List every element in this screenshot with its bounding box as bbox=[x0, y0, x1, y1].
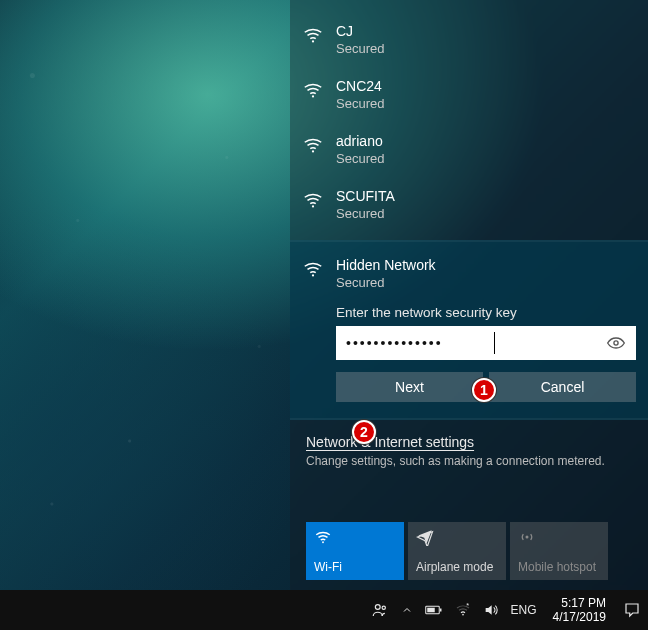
text-cursor bbox=[494, 332, 495, 354]
network-status: Secured bbox=[336, 205, 395, 222]
svg-point-7 bbox=[526, 536, 529, 539]
svg-rect-11 bbox=[440, 609, 442, 612]
clock[interactable]: 5:17 PM 4/17/2019 bbox=[547, 596, 612, 624]
svg-point-0 bbox=[312, 40, 314, 42]
password-input[interactable] bbox=[336, 326, 596, 360]
network-item-cj[interactable]: CJ Secured bbox=[290, 12, 648, 67]
wifi-icon bbox=[300, 77, 326, 103]
network-name: CNC24 bbox=[336, 77, 384, 95]
svg-text:*: * bbox=[466, 602, 469, 610]
selected-network-status: Secured bbox=[336, 274, 436, 291]
network-list: CJ Secured CNC24 Secured adriano bbox=[290, 0, 648, 232]
network-name: adriano bbox=[336, 132, 384, 150]
security-key-prompt: Enter the network security key bbox=[336, 305, 636, 320]
chevron-up-icon[interactable] bbox=[401, 590, 413, 630]
wifi-tray-icon[interactable]: * bbox=[455, 590, 471, 630]
svg-point-5 bbox=[614, 341, 618, 345]
taskbar: * ENG 5:17 PM 4/17/2019 bbox=[0, 590, 648, 630]
tile-label: Airplane mode bbox=[416, 561, 498, 574]
cancel-button[interactable]: Cancel bbox=[489, 372, 636, 402]
system-tray: * ENG bbox=[371, 590, 537, 630]
tile-label: Mobile hotspot bbox=[518, 561, 600, 574]
svg-point-4 bbox=[312, 274, 314, 276]
hotspot-icon bbox=[518, 528, 600, 546]
clock-date: 4/17/2019 bbox=[553, 610, 606, 624]
airplane-icon bbox=[416, 528, 498, 546]
volume-icon[interactable] bbox=[483, 590, 499, 630]
action-center-icon[interactable] bbox=[622, 590, 642, 630]
network-item-adriano[interactable]: adriano Secured bbox=[290, 122, 648, 177]
mobile-hotspot-tile[interactable]: Mobile hotspot bbox=[510, 522, 608, 580]
svg-point-1 bbox=[312, 95, 314, 97]
network-settings-link[interactable]: Network & Internet settings bbox=[306, 434, 632, 450]
selected-network-name: Hidden Network bbox=[336, 256, 436, 274]
wifi-icon bbox=[300, 132, 326, 158]
quick-action-tiles: Wi-Fi Airplane mode Mobile hotspot bbox=[290, 516, 648, 590]
wifi-icon bbox=[300, 22, 326, 48]
selected-network-panel: Hidden Network Secured Enter the network… bbox=[290, 240, 648, 420]
network-name: CJ bbox=[336, 22, 384, 40]
wifi-icon bbox=[300, 187, 326, 213]
wifi-icon bbox=[300, 256, 326, 282]
dialog-buttons: Next Cancel bbox=[336, 372, 636, 402]
network-status: Secured bbox=[336, 95, 384, 112]
network-status: Secured bbox=[336, 40, 384, 57]
network-settings-desc: Change settings, such as making a connec… bbox=[306, 454, 632, 468]
language-indicator[interactable]: ENG bbox=[511, 590, 537, 630]
wifi-tile[interactable]: Wi-Fi bbox=[306, 522, 404, 580]
svg-point-9 bbox=[382, 606, 385, 609]
battery-icon[interactable] bbox=[425, 590, 443, 630]
svg-point-6 bbox=[322, 541, 324, 543]
people-icon[interactable] bbox=[371, 590, 389, 630]
clock-time: 5:17 PM bbox=[553, 596, 606, 610]
svg-point-2 bbox=[312, 150, 314, 152]
svg-point-13 bbox=[462, 614, 464, 616]
network-item-cnc24[interactable]: CNC24 Secured bbox=[290, 67, 648, 122]
network-settings-block: Network & Internet settings Change setti… bbox=[290, 420, 648, 478]
network-item-scufita[interactable]: SCUFITA Secured bbox=[290, 177, 648, 232]
password-field-wrap bbox=[336, 326, 636, 360]
airplane-mode-tile[interactable]: Airplane mode bbox=[408, 522, 506, 580]
network-status: Secured bbox=[336, 150, 384, 167]
next-button[interactable]: Next bbox=[336, 372, 483, 402]
wifi-icon bbox=[314, 528, 396, 546]
tile-label: Wi-Fi bbox=[314, 561, 396, 574]
reveal-password-icon[interactable] bbox=[596, 326, 636, 360]
svg-point-3 bbox=[312, 205, 314, 207]
svg-point-8 bbox=[375, 605, 380, 610]
network-flyout: CJ Secured CNC24 Secured adriano bbox=[290, 0, 648, 590]
network-name: SCUFITA bbox=[336, 187, 395, 205]
svg-rect-12 bbox=[427, 608, 435, 613]
